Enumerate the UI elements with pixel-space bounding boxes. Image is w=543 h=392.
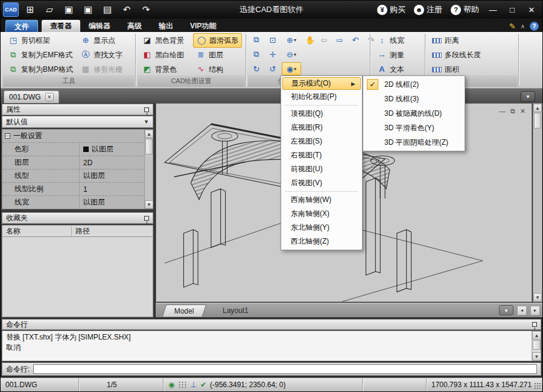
submenu-item-3d-wireframe[interactable]: 3D 线框(3) <box>364 92 463 106</box>
rotate-view-button[interactable]: ↻ <box>249 62 264 75</box>
command-scrollbar[interactable]: ▲ ▼ <box>532 331 541 361</box>
canvas-vertical-scrollbar[interactable]: ▲ ▼ <box>533 103 542 302</box>
bg-color-button[interactable]: ◩ 背景色 <box>139 62 187 77</box>
scroll-up-icon[interactable]: ▲ <box>145 130 153 138</box>
property-row-linetype[interactable]: 线型 以图层 <box>2 169 153 183</box>
structure-button[interactable]: ∿ 结构 <box>193 62 242 77</box>
help-button[interactable]: ? 帮助 <box>448 2 482 17</box>
favorites-list[interactable] <box>2 237 153 317</box>
zoom-fit-button[interactable]: ✛ <box>265 48 280 61</box>
pencil-icon[interactable]: ✎ <box>509 22 516 31</box>
scroll-up-icon[interactable]: ▲ <box>532 331 541 340</box>
submenu-item-3d-smooth-shaded[interactable]: 3D 平滑着色(Y) <box>364 121 463 135</box>
scroll-right-icon[interactable]: ▸ <box>530 306 540 315</box>
command-input[interactable] <box>33 364 537 374</box>
menu-item-display-mode[interactable]: 显示模式(O) ▶ <box>282 77 361 90</box>
ortho-icon[interactable]: ⊥ <box>190 381 196 389</box>
document-tab[interactable]: 001.DWG ✕ <box>4 90 59 103</box>
pan-button[interactable]: ✋ <box>303 33 317 46</box>
tab-layout1[interactable]: Layout1 <box>211 305 259 317</box>
scroll-up-icon[interactable]: ▲ <box>533 104 542 112</box>
property-row-linetype-scale[interactable]: 线型比例 1 <box>2 183 153 196</box>
measure-button[interactable]: ↔ 测量 <box>374 48 407 62</box>
scroll-down-icon[interactable]: ▼ <box>145 200 153 209</box>
show-points-button[interactable]: ⊕ 显示点 <box>78 33 125 48</box>
property-row-layer[interactable]: 图层 2D <box>2 156 153 169</box>
print-button[interactable]: ▤ <box>100 2 115 17</box>
close-tab-icon[interactable]: ✕ <box>45 93 54 101</box>
tab-vip[interactable]: VIP功能 <box>182 20 224 32</box>
tree-collapse-icon[interactable]: − <box>5 133 10 139</box>
menu-item-ne-iso[interactable]: 东北轴侧(Y) <box>282 221 361 235</box>
tab-list-chevron-button[interactable]: ▾ <box>521 91 535 102</box>
copy-bmp-button[interactable]: ⧉ 复制为BMP格式 <box>5 62 76 77</box>
collapse-ribbon-icon[interactable]: ∧ <box>521 23 525 30</box>
tab-editor[interactable]: 编辑器 <box>80 20 119 32</box>
property-row-lineweight[interactable]: 线宽 以图层 <box>2 196 153 209</box>
menu-item-top-view[interactable]: 顶视图(Q) <box>282 107 361 121</box>
copy-emf-button[interactable]: ⧉ 复制为EMF格式 <box>5 48 76 62</box>
zoom-window-button[interactable]: ⊡ <box>265 33 280 46</box>
tab-viewer[interactable]: 查看器 <box>42 20 80 32</box>
osnap-icon[interactable]: ✔ <box>200 381 206 389</box>
save-button[interactable]: ▣ <box>61 2 77 17</box>
maximize-button[interactable]: □ <box>504 3 521 16</box>
save-pdf-button[interactable]: ▣ <box>80 2 96 17</box>
scroll-left-icon[interactable]: ◂ <box>517 306 527 315</box>
pin-icon[interactable] <box>144 107 149 112</box>
zoom-out-button[interactable]: ⊖▾ <box>282 48 301 61</box>
ribbon-help-icon[interactable]: ? <box>530 22 539 31</box>
scroll-down-icon[interactable]: ▼ <box>533 293 542 302</box>
pin-icon[interactable] <box>532 322 537 327</box>
close-button[interactable]: ✕ <box>523 3 540 16</box>
clip-frame-button[interactable]: ◳ 剪切框架 <box>5 33 76 48</box>
mdi-minimize-icon[interactable]: — <box>499 107 506 115</box>
menu-item-nw-iso[interactable]: 西北轴侧(Z) <box>282 235 361 248</box>
undo-button[interactable]: ↶ <box>119 2 135 17</box>
menu-item-bottom-view[interactable]: 底视图(R) <box>282 121 361 134</box>
redo-button[interactable]: ↷ <box>138 2 154 17</box>
properties-scrollbar[interactable]: ▲ ▼ <box>144 130 153 209</box>
tab-advanced[interactable]: 高级 <box>119 20 150 32</box>
mdi-close-icon[interactable]: ✕ <box>520 107 526 115</box>
scroll-thumb[interactable] <box>145 139 153 154</box>
open-file-button[interactable]: ▱ <box>42 2 57 17</box>
paste-view-button[interactable]: ⧉ <box>249 33 264 46</box>
grid-icon[interactable] <box>178 381 186 388</box>
zoom-in-button[interactable]: ⊕▾ <box>282 33 301 46</box>
orbit-button[interactable]: ↺ <box>265 62 280 75</box>
app-logo[interactable]: CAD <box>3 2 19 17</box>
find-text-button[interactable]: Ⓐ 查找文字 <box>78 48 125 62</box>
line-width-button[interactable]: ↕ 线宽 <box>374 33 407 48</box>
resize-grip[interactable] <box>534 382 541 390</box>
scroll-down-icon[interactable]: ▼ <box>532 352 541 361</box>
layout-list-chevron-button[interactable]: ▾ <box>499 305 513 315</box>
distance-button[interactable]: 距离 <box>429 33 484 48</box>
copy-view-button[interactable]: ⧉ <box>249 48 264 61</box>
view-mode-button[interactable]: ◉▾ <box>282 62 301 75</box>
polyline-length-button[interactable]: 多段线长度 <box>429 48 484 62</box>
new-file-button[interactable]: ⊞ <box>22 2 38 17</box>
properties-preset-combobox[interactable]: 默认值 ▼ <box>2 116 153 128</box>
menu-item-init-view[interactable]: 初始化视图(P) <box>282 90 361 104</box>
minimize-button[interactable]: — <box>484 3 501 16</box>
buy-button[interactable]: ¥ 购买 <box>374 2 408 17</box>
property-group-row[interactable]: − 一般设置 <box>2 130 153 143</box>
column-path[interactable]: 路径 <box>72 226 90 236</box>
view-undo-button[interactable]: ↶ <box>348 33 363 46</box>
menu-item-se-iso[interactable]: 东南轴侧(X) <box>282 207 361 221</box>
mdi-restore-icon[interactable]: ⧉ <box>510 107 515 115</box>
submenu-item-2d-wireframe[interactable]: ✓ 2D 线框(2) <box>364 77 463 92</box>
tab-model[interactable]: Model <box>162 305 206 317</box>
bw-draw-button[interactable]: ◧ 黑白绘图 <box>139 48 187 62</box>
column-name[interactable]: 名称 <box>2 226 72 236</box>
property-row-color[interactable]: 色彩 以图层 <box>2 143 153 156</box>
scroll-thumb[interactable] <box>534 113 541 128</box>
menu-item-back-view[interactable]: 后视图(V) <box>282 176 361 190</box>
nav-forward-button[interactable]: ⇨ <box>332 33 347 46</box>
smooth-arc-button[interactable]: ◯ 圆滑弧形 <box>193 33 242 48</box>
area-button[interactable]: 面积 <box>429 62 484 77</box>
menu-item-front-view[interactable]: 前视图(U) <box>282 162 361 176</box>
submenu-item-3d-hidden-lines[interactable]: 3D 被隐藏的线(D) <box>364 106 463 121</box>
text-button[interactable]: A 文本 <box>374 62 407 77</box>
